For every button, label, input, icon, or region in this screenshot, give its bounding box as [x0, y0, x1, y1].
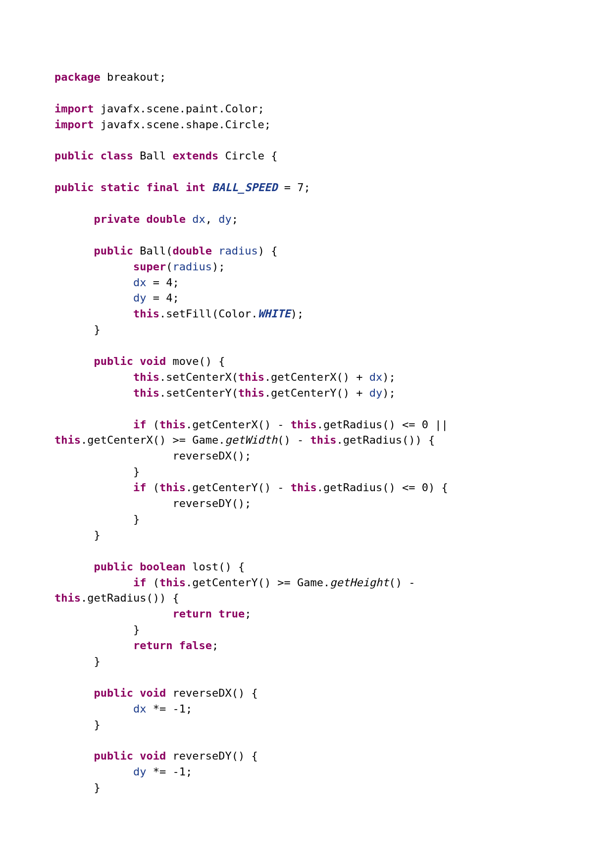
code-text: javafx.scene.shape.Circle;	[94, 118, 271, 131]
keyword-this: this	[54, 434, 81, 446]
code-text: reverseDX();	[172, 450, 251, 462]
keyword-double: double	[172, 245, 211, 257]
code-text: = 7;	[277, 181, 310, 194]
code-text: (	[166, 260, 172, 273]
field-dy: dy	[133, 766, 147, 778]
keyword-public: public	[54, 150, 94, 162]
code-text: .setCenterX(	[159, 371, 238, 383]
code-text: = 4;	[146, 276, 179, 289]
keyword-this: this	[133, 387, 159, 399]
code-text: }	[94, 781, 100, 794]
field-dx: dx	[369, 371, 383, 383]
keyword-if: if	[133, 418, 147, 431]
keyword-final: final	[146, 181, 179, 194]
code-text: ,	[205, 213, 219, 225]
keyword-this: this	[133, 371, 159, 383]
keyword-this: this	[238, 371, 264, 383]
keyword-class: class	[101, 150, 133, 162]
code-text: .getCenterY() >= Game.	[186, 576, 330, 589]
code-text: reverseDX() {	[166, 687, 257, 699]
keyword-return: return	[172, 608, 211, 620]
code-text: breakout;	[101, 71, 166, 83]
keyword-return: return	[133, 639, 172, 652]
code-text: ) {	[258, 245, 278, 257]
code-text: = 4;	[146, 292, 179, 304]
keyword-if: if	[133, 481, 147, 494]
field-dy: dy	[133, 292, 147, 304]
keyword-import: import	[54, 118, 94, 131]
code-text: Circle {	[218, 150, 277, 162]
param-radius: radius	[172, 260, 211, 273]
keyword-true: true	[218, 608, 245, 620]
code-text: .getRadius() <= 0 ||	[317, 418, 448, 431]
code-text: }	[133, 465, 140, 478]
code-text: ;	[245, 608, 251, 620]
code-text: }	[133, 513, 140, 525]
keyword-this: this	[291, 418, 317, 431]
static-getwidth: getWidth	[225, 434, 277, 446]
code-text: );	[382, 387, 396, 399]
code-text: Ball(	[133, 245, 172, 257]
code-text: }	[94, 529, 100, 541]
keyword-this: this	[159, 576, 186, 589]
code-text: (	[146, 576, 159, 589]
constant-white: WHITE	[258, 307, 291, 320]
field-dx: dx	[133, 703, 147, 715]
code-text: *= -1;	[146, 766, 192, 778]
keyword-this: this	[54, 592, 81, 604]
code-text: }	[94, 655, 100, 667]
keyword-private: private	[94, 213, 140, 225]
code-text: () -	[277, 434, 310, 446]
code-text: ;	[232, 213, 238, 225]
code-text: .setFill(Color.	[159, 307, 258, 320]
field-dx: dx	[192, 213, 205, 225]
keyword-public: public	[94, 687, 133, 699]
keyword-this: this	[238, 387, 264, 399]
keyword-void: void	[140, 687, 166, 699]
code-text: ;	[212, 639, 218, 652]
keyword-if: if	[133, 576, 147, 589]
code-text: .getRadius()) {	[337, 434, 435, 446]
code-text: );	[212, 260, 225, 273]
code-text: reverseDY() {	[166, 750, 257, 762]
code-text: .setCenterY(	[159, 387, 238, 399]
keyword-int: int	[186, 181, 205, 194]
code-text: (	[146, 418, 159, 431]
field-dy: dy	[218, 213, 232, 225]
keyword-public: public	[94, 355, 133, 367]
keyword-static: static	[101, 181, 140, 194]
code-text: lost() {	[186, 561, 245, 573]
code-text: (	[146, 481, 159, 494]
keyword-false: false	[179, 639, 212, 652]
param-radius: radius	[218, 245, 257, 257]
keyword-extends: extends	[172, 150, 218, 162]
field-dx: dx	[133, 276, 147, 289]
keyword-public: public	[94, 561, 133, 573]
code-text: );	[291, 307, 304, 320]
code-text: );	[382, 371, 396, 383]
keyword-public: public	[94, 750, 133, 762]
keyword-void: void	[140, 355, 166, 367]
code-text: reverseDY();	[172, 497, 251, 510]
keyword-public: public	[54, 181, 94, 194]
code-text: Ball	[133, 150, 172, 162]
constant-ballspeed: BALL_SPEED	[212, 181, 277, 194]
code-text: *= -1;	[146, 703, 192, 715]
field-dy: dy	[369, 387, 383, 399]
keyword-import: import	[54, 102, 94, 115]
code-text: () -	[389, 576, 415, 589]
code-text: .getCenterY() -	[186, 481, 291, 494]
keyword-this: this	[291, 481, 317, 494]
code-text: .getRadius()) {	[81, 592, 179, 604]
keyword-void: void	[140, 750, 166, 762]
static-getheight: getHeight	[330, 576, 389, 589]
code-text: .getCenterX() >= Game.	[81, 434, 225, 446]
keyword-this: this	[159, 418, 186, 431]
code-text: }	[94, 718, 100, 731]
code-text: move() {	[166, 355, 225, 367]
code-text: .getCenterX() -	[186, 418, 291, 431]
code-text: }	[133, 623, 140, 636]
keyword-package: package	[54, 71, 101, 83]
code-text: }	[94, 323, 100, 336]
keyword-public: public	[94, 245, 133, 257]
